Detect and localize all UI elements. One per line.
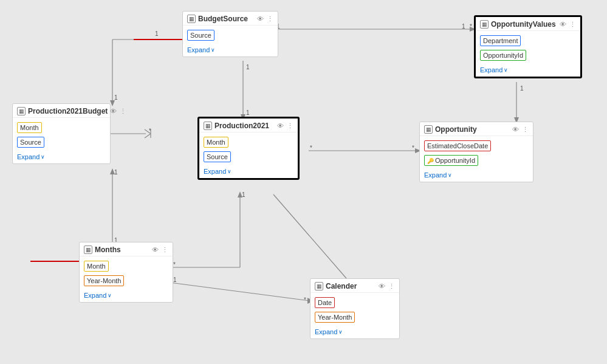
- card-cal-header: ▦ Calender 👁 ⋮: [310, 279, 399, 293]
- field-ov-opportunityid: OpportunityId: [480, 50, 526, 61]
- expand-cal[interactable]: Expand ∨: [310, 327, 399, 338]
- expand-p21b[interactable]: Expand ∨: [13, 152, 110, 163]
- card-opp-body: EstimatedCloseDate 🔑OpportunityId: [420, 136, 533, 170]
- card-months-header: ▦ Months 👁 ⋮: [80, 242, 173, 256]
- expand-ov[interactable]: Expand ∨: [476, 65, 580, 77]
- more-icon-p21b[interactable]: ⋮: [120, 108, 126, 115]
- expand-label-months: Expand: [84, 292, 106, 299]
- card-cal-actions[interactable]: 👁 ⋮: [379, 283, 395, 290]
- card-budgetsource-title: BudgetSource: [198, 15, 255, 23]
- chevron-opp: ∨: [448, 172, 452, 178]
- card-cal-body: Date Year-Month: [310, 293, 399, 327]
- more-icon-months[interactable]: ⋮: [162, 246, 168, 254]
- card-p21b-actions[interactable]: 👁 ⋮: [110, 108, 126, 115]
- card-production2021: ▦ Production2021 👁 ⋮ Month Source Expand…: [197, 117, 300, 180]
- card-calender: ▦ Calender 👁 ⋮ Date Year-Month Expand ∨: [310, 278, 400, 339]
- expand-label-p21: Expand: [204, 168, 226, 175]
- eye-icon-p21[interactable]: 👁: [277, 122, 284, 130]
- table-icon-ov: ▦: [480, 20, 489, 29]
- expand-label-budgetsource: Expand: [187, 46, 210, 53]
- card-budgetsource-body: Source: [183, 26, 278, 45]
- card-budgetsource-actions[interactable]: 👁 ⋮: [257, 15, 273, 23]
- table-icon-cal: ▦: [315, 282, 323, 290]
- mult-ov-1: 1: [462, 23, 465, 30]
- expand-opp[interactable]: Expand ∨: [420, 170, 533, 182]
- field-cal-yearmonth: Year-Month: [315, 312, 355, 323]
- card-opportunityvalues: ▦ OpportunityValues 👁 ⋮ Department Oppor…: [474, 15, 582, 78]
- mult-p21-opp-star: *: [412, 145, 414, 151]
- svg-line-22: [170, 283, 310, 301]
- mult-months-up-top: 1: [114, 169, 118, 176]
- field-p21-source: Source: [204, 151, 231, 162]
- chevron-p21: ∨: [227, 168, 231, 174]
- field-p21-month: Month: [204, 137, 228, 148]
- more-icon-p21[interactable]: ⋮: [287, 122, 293, 130]
- card-p21-title: Production2021: [214, 122, 275, 130]
- card-p21-actions[interactable]: 👁 ⋮: [277, 122, 293, 130]
- card-ov-body: Department OpportunityId: [476, 31, 580, 65]
- chevron-p21b: ∨: [41, 154, 45, 160]
- more-icon-ov[interactable]: ⋮: [569, 21, 576, 29]
- card-p21b-title: Production2021Budget: [28, 107, 108, 115]
- mult-bs-p21-1: 1: [246, 64, 250, 70]
- svg-line-24: [273, 194, 346, 278]
- mult-ov-star: *: [470, 23, 472, 30]
- card-ov-title: OpportunityValues: [491, 20, 557, 29]
- table-icon-opp: ▦: [424, 125, 433, 134]
- table-icon-budgetsource: ▦: [187, 15, 196, 23]
- card-months-actions[interactable]: 👁 ⋮: [152, 246, 168, 254]
- expand-label-cal: Expand: [315, 328, 337, 335]
- diagram-canvas: 1 1 * 1 1 1 1 * * * * 1 1 1 * 1 1 * ▦: [0, 0, 607, 364]
- mult-p21-opp-1: *: [310, 145, 312, 151]
- expand-p21[interactable]: Expand ∨: [199, 167, 298, 178]
- eye-icon-months[interactable]: 👁: [152, 246, 159, 254]
- field-months-yearmonth: Year-Month: [84, 275, 124, 286]
- chevron-cal: ∨: [338, 329, 343, 335]
- svg-marker-8: [110, 100, 115, 106]
- more-icon-budgetsource[interactable]: ⋮: [267, 15, 273, 23]
- card-cal-title: Calender: [326, 282, 376, 290]
- field-ov-department: Department: [480, 35, 521, 46]
- card-budgetsource-header: ▦ BudgetSource 👁 ⋮: [183, 12, 278, 26]
- field-opp-opportunityid: 🔑OpportunityId: [424, 155, 478, 166]
- mult-line-1b: 1: [114, 94, 118, 101]
- card-opp-header: ▦ Opportunity 👁 ⋮: [420, 122, 533, 136]
- chevron-budgetsource: ∨: [211, 47, 215, 53]
- eye-icon-opp[interactable]: 👁: [512, 126, 519, 134]
- table-icon-p21b: ▦: [17, 107, 26, 115]
- more-icon-opp[interactable]: ⋮: [522, 126, 529, 134]
- field-cal-date: Date: [315, 297, 335, 308]
- card-budgetsource: ▦ BudgetSource 👁 ⋮ Source Expand ∨: [182, 11, 278, 57]
- expand-months[interactable]: Expand ∨: [80, 290, 173, 302]
- card-production2021budget: ▦ Production2021Budget 👁 ⋮ Month Source …: [12, 103, 111, 164]
- eye-icon-cal[interactable]: 👁: [379, 283, 385, 290]
- table-icon-months: ▦: [84, 246, 92, 254]
- card-ov-header: ▦ OpportunityValues 👁 ⋮: [476, 17, 580, 31]
- mult-bs-p21-bot: 1: [246, 109, 250, 116]
- eye-icon-ov[interactable]: 👁: [560, 21, 566, 29]
- field-budgetsource-source: Source: [187, 30, 214, 41]
- expand-label-opp: Expand: [424, 171, 447, 179]
- table-icon-p21: ▦: [204, 122, 212, 130]
- card-months: ▦ Months 👁 ⋮ Month Year-Month Expand ∨: [79, 242, 173, 303]
- svg-line-11: [145, 134, 151, 138]
- card-ov-actions[interactable]: 👁 ⋮: [560, 21, 576, 29]
- card-p21-header: ▦ Production2021 👁 ⋮: [199, 118, 298, 132]
- more-icon-cal[interactable]: ⋮: [388, 283, 395, 290]
- mult-cal-star: *: [304, 297, 306, 303]
- field-p21b-source: Source: [17, 137, 44, 148]
- expand-budgetsource[interactable]: Expand ∨: [183, 45, 278, 57]
- card-p21b-body: Month Source: [13, 118, 110, 152]
- field-months-month: Month: [84, 261, 109, 272]
- expand-label-p21b: Expand: [17, 153, 39, 160]
- eye-icon-budgetsource[interactable]: 👁: [257, 15, 264, 23]
- mult-months-p21-1: 1: [242, 191, 245, 198]
- eye-icon-p21b[interactable]: 👁: [110, 108, 117, 115]
- card-p21-body: Month Source: [199, 132, 298, 167]
- mult-line-1a: 1: [155, 30, 159, 37]
- chevron-ov: ∨: [504, 67, 508, 73]
- key-icon-opp: 🔑: [427, 158, 434, 164]
- card-opp-actions[interactable]: 👁 ⋮: [512, 126, 529, 134]
- mult-months-p21-star: *: [173, 261, 176, 268]
- expand-label-ov: Expand: [480, 66, 502, 74]
